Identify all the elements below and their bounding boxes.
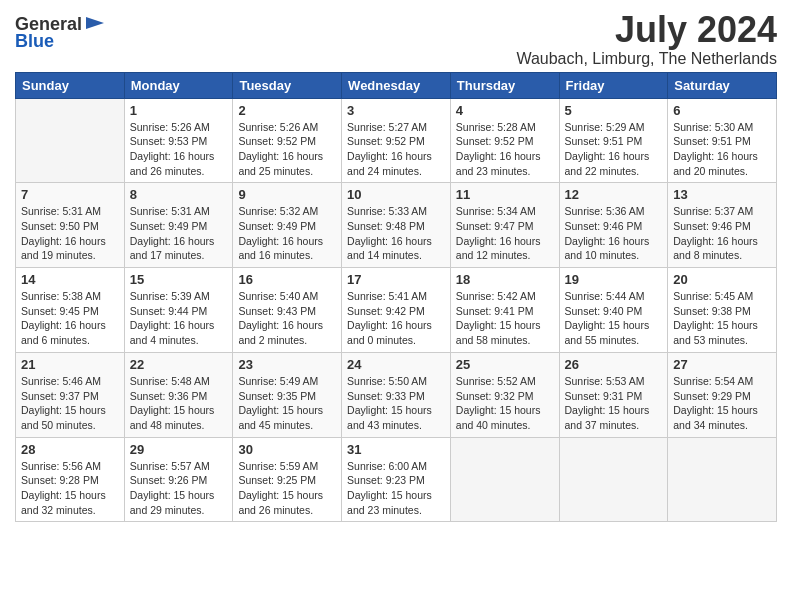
- month-title: July 2024: [516, 10, 777, 50]
- day-header-thursday: Thursday: [450, 72, 559, 98]
- logo: General Blue: [15, 14, 106, 52]
- calendar-cell: 31Sunrise: 6:00 AM Sunset: 9:23 PM Dayli…: [342, 437, 451, 522]
- calendar-cell: 6Sunrise: 5:30 AM Sunset: 9:51 PM Daylig…: [668, 98, 777, 183]
- calendar-cell: 2Sunrise: 5:26 AM Sunset: 9:52 PM Daylig…: [233, 98, 342, 183]
- calendar-cell: [16, 98, 125, 183]
- day-number: 18: [456, 272, 554, 287]
- day-number: 11: [456, 187, 554, 202]
- svg-marker-0: [86, 17, 104, 29]
- calendar-cell: 23Sunrise: 5:49 AM Sunset: 9:35 PM Dayli…: [233, 352, 342, 437]
- logo-blue-text: Blue: [15, 31, 54, 52]
- day-number: 17: [347, 272, 445, 287]
- calendar-cell: 15Sunrise: 5:39 AM Sunset: 9:44 PM Dayli…: [124, 268, 233, 353]
- calendar-cell: 20Sunrise: 5:45 AM Sunset: 9:38 PM Dayli…: [668, 268, 777, 353]
- calendar-cell: [668, 437, 777, 522]
- day-info: Sunrise: 5:30 AM Sunset: 9:51 PM Dayligh…: [673, 120, 771, 179]
- calendar-cell: 29Sunrise: 5:57 AM Sunset: 9:26 PM Dayli…: [124, 437, 233, 522]
- calendar-cell: 25Sunrise: 5:52 AM Sunset: 9:32 PM Dayli…: [450, 352, 559, 437]
- calendar-header-row: SundayMondayTuesdayWednesdayThursdayFrid…: [16, 72, 777, 98]
- day-number: 21: [21, 357, 119, 372]
- day-info: Sunrise: 5:45 AM Sunset: 9:38 PM Dayligh…: [673, 289, 771, 348]
- day-number: 1: [130, 103, 228, 118]
- calendar-week-row: 1Sunrise: 5:26 AM Sunset: 9:53 PM Daylig…: [16, 98, 777, 183]
- calendar-cell: 5Sunrise: 5:29 AM Sunset: 9:51 PM Daylig…: [559, 98, 668, 183]
- calendar-cell: 27Sunrise: 5:54 AM Sunset: 9:29 PM Dayli…: [668, 352, 777, 437]
- day-header-monday: Monday: [124, 72, 233, 98]
- day-info: Sunrise: 5:29 AM Sunset: 9:51 PM Dayligh…: [565, 120, 663, 179]
- day-number: 3: [347, 103, 445, 118]
- calendar-cell: 12Sunrise: 5:36 AM Sunset: 9:46 PM Dayli…: [559, 183, 668, 268]
- logo-flag-icon: [84, 15, 106, 35]
- day-info: Sunrise: 5:31 AM Sunset: 9:49 PM Dayligh…: [130, 204, 228, 263]
- day-number: 13: [673, 187, 771, 202]
- calendar-cell: 16Sunrise: 5:40 AM Sunset: 9:43 PM Dayli…: [233, 268, 342, 353]
- day-info: Sunrise: 5:49 AM Sunset: 9:35 PM Dayligh…: [238, 374, 336, 433]
- location-title: Waubach, Limburg, The Netherlands: [516, 50, 777, 68]
- day-number: 7: [21, 187, 119, 202]
- calendar-cell: 22Sunrise: 5:48 AM Sunset: 9:36 PM Dayli…: [124, 352, 233, 437]
- day-info: Sunrise: 5:38 AM Sunset: 9:45 PM Dayligh…: [21, 289, 119, 348]
- day-number: 23: [238, 357, 336, 372]
- day-number: 31: [347, 442, 445, 457]
- day-header-saturday: Saturday: [668, 72, 777, 98]
- calendar-week-row: 7Sunrise: 5:31 AM Sunset: 9:50 PM Daylig…: [16, 183, 777, 268]
- day-number: 12: [565, 187, 663, 202]
- day-number: 22: [130, 357, 228, 372]
- day-info: Sunrise: 5:56 AM Sunset: 9:28 PM Dayligh…: [21, 459, 119, 518]
- day-number: 29: [130, 442, 228, 457]
- day-number: 25: [456, 357, 554, 372]
- calendar-week-row: 14Sunrise: 5:38 AM Sunset: 9:45 PM Dayli…: [16, 268, 777, 353]
- calendar-cell: 9Sunrise: 5:32 AM Sunset: 9:49 PM Daylig…: [233, 183, 342, 268]
- calendar-cell: 24Sunrise: 5:50 AM Sunset: 9:33 PM Dayli…: [342, 352, 451, 437]
- day-info: Sunrise: 5:28 AM Sunset: 9:52 PM Dayligh…: [456, 120, 554, 179]
- day-info: Sunrise: 5:26 AM Sunset: 9:52 PM Dayligh…: [238, 120, 336, 179]
- day-number: 26: [565, 357, 663, 372]
- day-number: 8: [130, 187, 228, 202]
- day-number: 2: [238, 103, 336, 118]
- day-info: Sunrise: 5:59 AM Sunset: 9:25 PM Dayligh…: [238, 459, 336, 518]
- calendar-cell: 26Sunrise: 5:53 AM Sunset: 9:31 PM Dayli…: [559, 352, 668, 437]
- day-info: Sunrise: 5:46 AM Sunset: 9:37 PM Dayligh…: [21, 374, 119, 433]
- day-number: 20: [673, 272, 771, 287]
- day-info: Sunrise: 5:41 AM Sunset: 9:42 PM Dayligh…: [347, 289, 445, 348]
- day-info: Sunrise: 5:32 AM Sunset: 9:49 PM Dayligh…: [238, 204, 336, 263]
- calendar-cell: 19Sunrise: 5:44 AM Sunset: 9:40 PM Dayli…: [559, 268, 668, 353]
- day-info: Sunrise: 5:48 AM Sunset: 9:36 PM Dayligh…: [130, 374, 228, 433]
- calendar-cell: 7Sunrise: 5:31 AM Sunset: 9:50 PM Daylig…: [16, 183, 125, 268]
- day-info: Sunrise: 5:57 AM Sunset: 9:26 PM Dayligh…: [130, 459, 228, 518]
- day-info: Sunrise: 5:50 AM Sunset: 9:33 PM Dayligh…: [347, 374, 445, 433]
- day-info: Sunrise: 5:52 AM Sunset: 9:32 PM Dayligh…: [456, 374, 554, 433]
- title-block: July 2024 Waubach, Limburg, The Netherla…: [516, 10, 777, 68]
- day-header-friday: Friday: [559, 72, 668, 98]
- calendar-cell: 28Sunrise: 5:56 AM Sunset: 9:28 PM Dayli…: [16, 437, 125, 522]
- day-number: 24: [347, 357, 445, 372]
- calendar-cell: 8Sunrise: 5:31 AM Sunset: 9:49 PM Daylig…: [124, 183, 233, 268]
- day-info: Sunrise: 5:54 AM Sunset: 9:29 PM Dayligh…: [673, 374, 771, 433]
- calendar-cell: 18Sunrise: 5:42 AM Sunset: 9:41 PM Dayli…: [450, 268, 559, 353]
- calendar-cell: 1Sunrise: 5:26 AM Sunset: 9:53 PM Daylig…: [124, 98, 233, 183]
- calendar-cell: 10Sunrise: 5:33 AM Sunset: 9:48 PM Dayli…: [342, 183, 451, 268]
- calendar-cell: [450, 437, 559, 522]
- day-number: 9: [238, 187, 336, 202]
- day-info: Sunrise: 5:27 AM Sunset: 9:52 PM Dayligh…: [347, 120, 445, 179]
- day-number: 28: [21, 442, 119, 457]
- calendar-table: SundayMondayTuesdayWednesdayThursdayFrid…: [15, 72, 777, 523]
- day-header-sunday: Sunday: [16, 72, 125, 98]
- calendar-cell: 30Sunrise: 5:59 AM Sunset: 9:25 PM Dayli…: [233, 437, 342, 522]
- calendar-cell: 3Sunrise: 5:27 AM Sunset: 9:52 PM Daylig…: [342, 98, 451, 183]
- day-info: Sunrise: 5:44 AM Sunset: 9:40 PM Dayligh…: [565, 289, 663, 348]
- day-number: 16: [238, 272, 336, 287]
- day-number: 14: [21, 272, 119, 287]
- day-number: 30: [238, 442, 336, 457]
- day-info: Sunrise: 5:26 AM Sunset: 9:53 PM Dayligh…: [130, 120, 228, 179]
- day-info: Sunrise: 5:33 AM Sunset: 9:48 PM Dayligh…: [347, 204, 445, 263]
- day-number: 15: [130, 272, 228, 287]
- day-info: Sunrise: 5:40 AM Sunset: 9:43 PM Dayligh…: [238, 289, 336, 348]
- calendar-cell: [559, 437, 668, 522]
- day-info: Sunrise: 5:37 AM Sunset: 9:46 PM Dayligh…: [673, 204, 771, 263]
- day-info: Sunrise: 5:39 AM Sunset: 9:44 PM Dayligh…: [130, 289, 228, 348]
- calendar-cell: 11Sunrise: 5:34 AM Sunset: 9:47 PM Dayli…: [450, 183, 559, 268]
- calendar-week-row: 21Sunrise: 5:46 AM Sunset: 9:37 PM Dayli…: [16, 352, 777, 437]
- calendar-cell: 14Sunrise: 5:38 AM Sunset: 9:45 PM Dayli…: [16, 268, 125, 353]
- calendar-week-row: 28Sunrise: 5:56 AM Sunset: 9:28 PM Dayli…: [16, 437, 777, 522]
